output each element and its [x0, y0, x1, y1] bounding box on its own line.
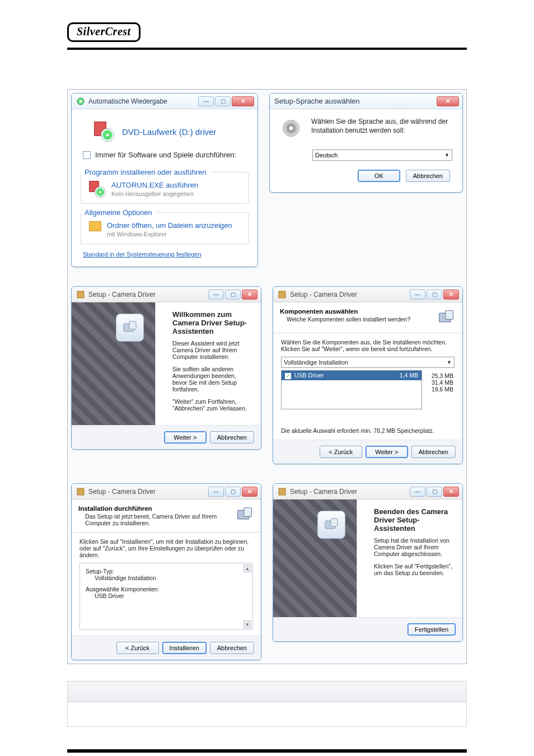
control-panel-link[interactable]: Standard in der Systemsteuerung festlege… — [83, 251, 202, 258]
wizard-badge-icon — [116, 314, 144, 342]
wizard-side-image — [72, 302, 156, 425]
group-general-label: Allgemeine Optionen — [81, 208, 156, 217]
maximize-button[interactable]: ▢ — [225, 487, 241, 497]
cancel-button[interactable]: Abbrechen — [411, 446, 456, 458]
close-button[interactable]: ✕ — [443, 290, 459, 300]
cancel-button[interactable]: Abbrechen — [210, 642, 254, 654]
autorun-icon — [89, 181, 106, 198]
wizard-finish-heading: Beenden des Camera Driver Setup-Assisten… — [374, 507, 453, 533]
setup-icon — [76, 487, 85, 496]
summary-type-label: Setup-Typ: — [86, 568, 247, 575]
cancel-button[interactable]: Abbrechen — [210, 431, 254, 444]
language-dialog: Setup-Sprache auswählen ✕ Wählen Sie die… — [269, 93, 463, 193]
scroll-down-icon[interactable]: ▼ — [243, 620, 251, 628]
cancel-button[interactable]: Abbrechen — [406, 170, 450, 182]
autoplay-title: Automatische Wiedergabe — [88, 97, 167, 105]
summary-type-value: Vollständige Installation — [86, 575, 247, 581]
ready-subheading: Das Setup ist jetzt bereit, Camera Drive… — [78, 512, 231, 526]
brand-logo: SilverCrest — [67, 22, 140, 42]
close-button[interactable]: ✕ — [242, 290, 257, 300]
close-button[interactable]: ✕ — [437, 96, 459, 106]
wizard-finish-p2: Klicken Sie auf "Fertigstellen", um das … — [374, 563, 453, 576]
components-listbox[interactable]: ✓USB Driver 1,4 MB — [281, 370, 422, 409]
install-button[interactable]: Installieren — [162, 642, 207, 654]
wizard-side-image — [273, 500, 357, 617]
svg-rect-5 — [279, 291, 285, 298]
maximize-button[interactable]: ▢ — [215, 96, 231, 106]
header-rule — [67, 48, 467, 50]
ok-button[interactable]: OK — [358, 170, 400, 182]
svg-rect-2 — [77, 291, 84, 298]
component-item-size: 1,4 MB — [400, 372, 418, 379]
wizard-welcome-p1: Dieser Assistent wird jetzt Camera Drive… — [172, 340, 252, 360]
summary-components-label: Ausgewählte Komponenten: — [86, 586, 247, 592]
open-folder-option[interactable]: Ordner öffnen, um Dateien anzuzeigen mit… — [81, 217, 248, 244]
back-button[interactable]: < Zurück — [116, 642, 159, 654]
wizard-ready-window: Setup - Camera Driver — ▢ ✕ Installation… — [71, 483, 261, 660]
ready-heading: Installation durchführen — [78, 505, 231, 512]
components-subheading: Welche Komponenten sollen installiert we… — [280, 315, 432, 323]
finish-button[interactable]: Fertigstellen — [407, 623, 456, 636]
minimize-button[interactable]: — — [198, 96, 214, 106]
next-button[interactable]: Weiter > — [164, 431, 207, 444]
footer-bars — [67, 681, 467, 727]
minimize-button[interactable]: — — [410, 290, 425, 300]
minimize-button[interactable]: — — [410, 487, 425, 497]
chevron-down-icon: ▼ — [447, 360, 452, 365]
svg-rect-7 — [446, 311, 453, 320]
autorun-line2: Kein Herausgeber angegeben — [111, 190, 194, 197]
svg-rect-11 — [279, 488, 285, 495]
open-folder-line2: mit Windows-Explorer — [107, 231, 167, 237]
install-summary-box: Setup-Typ: Vollständige Installation Aus… — [79, 563, 253, 630]
disk-space-required: Die aktuelle Auswahl erfordert min. 78,2… — [281, 427, 455, 434]
wizard-header-icon — [437, 308, 456, 327]
component-checkbox[interactable]: ✓ — [285, 373, 291, 379]
wizard-welcome-p3: "Weiter" zum Fortfahren, "Abbrechen" zum… — [172, 398, 252, 412]
next-button[interactable]: Weiter > — [366, 446, 408, 458]
close-button[interactable]: ✕ — [232, 96, 254, 106]
open-folder-line1: Ordner öffnen, um Dateien anzuzeigen — [107, 221, 232, 230]
window-title: Setup - Camera Driver — [88, 488, 156, 496]
window-title: Setup - Camera Driver — [290, 488, 357, 496]
ready-instruction: Klicken Sie auf "Installieren", um mit d… — [79, 538, 253, 558]
install-preset-value: Vollständige Installation — [284, 359, 348, 366]
minimize-button[interactable]: — — [208, 290, 224, 300]
setup-icon — [76, 290, 85, 299]
window-title: Setup - Camera Driver — [88, 291, 156, 298]
size-estimates: 25,3 MB 31,4 MB 19,6 MB — [425, 370, 455, 409]
folder-icon — [89, 221, 101, 231]
language-title: Setup-Sprache auswählen — [274, 97, 360, 105]
summary-components-value: USB Driver — [86, 592, 247, 599]
close-button[interactable]: ✕ — [443, 487, 459, 497]
footer-rule — [67, 749, 467, 753]
maximize-button[interactable]: ▢ — [427, 290, 442, 300]
group-install-label: Programm installieren oder ausführen — [81, 168, 210, 176]
setup-disc-icon — [280, 117, 302, 139]
autorun-line1: AUTORUN.EXE ausführen — [111, 181, 198, 189]
wizard-finish-window: Setup - Camera Driver — ▢ ✕ — [273, 483, 463, 642]
minimize-button[interactable]: — — [208, 487, 224, 497]
language-prompt: Wählen Sie die Sprache aus, die während … — [311, 117, 452, 135]
maximize-button[interactable]: ▢ — [427, 487, 442, 497]
maximize-button[interactable]: ▢ — [225, 290, 241, 300]
drive-label: DVD-Laufwerk (D:) driver — [122, 127, 216, 137]
always-checkbox[interactable] — [83, 151, 91, 159]
components-instruction: Wählen Sie die Komponenten aus, die Sie … — [281, 339, 455, 352]
setup-icon — [278, 487, 287, 496]
language-select[interactable]: Deutsch ▼ — [312, 150, 452, 161]
svg-rect-10 — [244, 508, 252, 517]
language-value: Deutsch — [315, 152, 338, 158]
scroll-up-icon[interactable]: ▲ — [243, 564, 251, 572]
chevron-down-icon: ▼ — [444, 152, 449, 158]
install-preset-select[interactable]: Vollständige Installation ▼ — [281, 357, 455, 368]
svg-rect-13 — [331, 519, 338, 526]
always-label: Immer für Software und Spiele durchführe… — [95, 151, 236, 159]
back-button[interactable]: < Zurück — [320, 446, 362, 458]
setup-icon — [278, 290, 287, 299]
wizard-welcome-window: Setup - Camera Driver — ▢ ✕ — [71, 286, 261, 450]
component-item: USB Driver — [294, 372, 324, 379]
autorun-option[interactable]: AUTORUN.EXE ausführen Kein Herausgeber a… — [81, 176, 248, 203]
wizard-finish-p1: Setup hat die Installation von Camera Dr… — [374, 537, 453, 557]
window-title: Setup - Camera Driver — [290, 291, 357, 298]
close-button[interactable]: ✕ — [242, 487, 257, 497]
